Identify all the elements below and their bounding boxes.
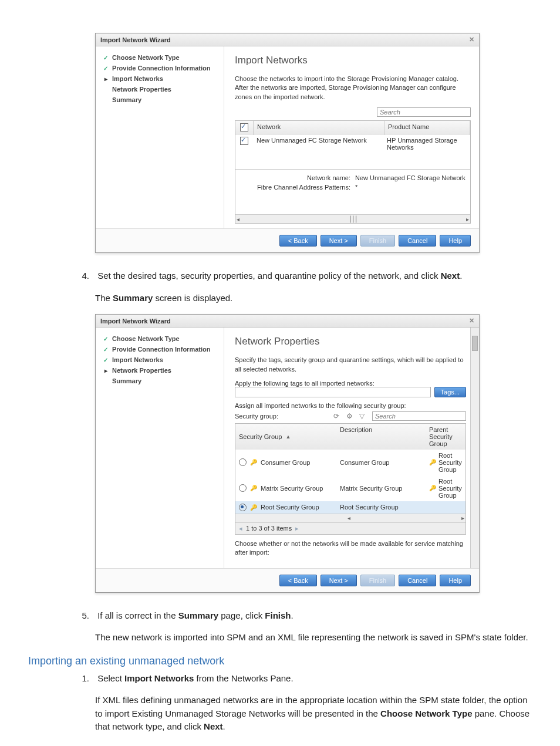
scrollbar-thumb[interactable] [472, 336, 478, 351]
network-name-label: Network name: [239, 174, 355, 181]
back-button[interactable]: < Back [279, 235, 317, 247]
fcap-value: * [355, 184, 467, 191]
wizard-title-bar: Import Network Wizard ✕ [96, 315, 479, 328]
tags-input[interactable] [235, 387, 431, 397]
details-panel: Network name: New Unmanaged FC Storage N… [235, 169, 470, 214]
page-next-icon[interactable]: ▸ [295, 525, 299, 532]
wizard-main: Import Networks Choose the networks to i… [224, 46, 479, 228]
page-heading: Network Properties [235, 336, 466, 347]
page-prev-icon[interactable]: ◂ [239, 525, 242, 532]
grid-row[interactable]: New Unmanaged FC Storage Network HP Unma… [235, 135, 470, 153]
apply-tags-label: Apply the following tags to all imported… [235, 380, 466, 387]
wizard-sidebar: ✓Choose Network Type ✓Provide Connection… [96, 46, 224, 228]
horizontal-scrollbar[interactable]: ◂⎮⎮⎮▸ [235, 214, 470, 223]
check-icon: ✓ [103, 336, 109, 342]
assign-sg-label: Assign all imported networks to the foll… [235, 402, 466, 409]
nav-summary[interactable]: Summary [100, 376, 224, 386]
wizard-title-bar: Import Network Wizard ✕ [96, 33, 479, 46]
vertical-scrollbar[interactable] [470, 328, 479, 568]
col-description[interactable]: Description [336, 424, 426, 450]
check-icon: ✓ [103, 346, 109, 353]
scroll-right-icon[interactable]: ▸ [461, 515, 464, 521]
sg-row[interactable]: 🔑Matrix Security Group Matrix Security G… [235, 475, 465, 501]
refresh-icon[interactable]: ⟳ [333, 412, 342, 420]
grid-header: Network Product Name [235, 121, 470, 135]
nav-provide-connection[interactable]: ✓Provide Connection Information [100, 63, 224, 73]
wizard-title: Import Network Wizard [100, 36, 171, 43]
sg-row[interactable]: 🔑Root Security Group Root Security Group [235, 501, 465, 514]
help-button[interactable]: Help [440, 575, 471, 586]
sg-radio[interactable] [239, 484, 247, 492]
key-icon: 🔑 [250, 504, 257, 511]
check-icon: ✓ [103, 65, 109, 72]
cell-network: New Unmanaged FC Storage Network [253, 135, 383, 153]
caret-right-icon: ▸ [103, 76, 109, 82]
check-icon: ✓ [103, 357, 109, 363]
close-icon[interactable]: ✕ [469, 36, 474, 43]
choose-availability-label: Choose whether or not the networks will … [235, 539, 466, 558]
scroll-right-icon[interactable]: ▸ [466, 216, 469, 222]
network-name-value: New Unmanaged FC Storage Network [355, 174, 467, 181]
page-heading: Import Networks [235, 55, 471, 66]
security-group-label: Security group: [235, 413, 278, 420]
page-description: Choose the networks to import into the S… [235, 75, 471, 102]
col-product[interactable]: Product Name [384, 121, 470, 135]
help-button[interactable]: Help [440, 235, 471, 247]
finish-button: Finish [360, 575, 395, 586]
nav-import-networks[interactable]: ▸Import Networks [100, 73, 224, 84]
scroll-left-icon[interactable]: ◂ [348, 515, 350, 521]
page-description: Specify the tags, security group and qua… [235, 356, 466, 374]
col-network[interactable]: Network [254, 121, 384, 135]
select-all-checkbox[interactable] [240, 123, 248, 131]
wizard-button-bar: < Back Next > Finish Cancel Help [96, 228, 479, 252]
pager: ◂ 1 to 3 of 3 items ▸ [235, 522, 465, 534]
scroll-left-icon[interactable]: ◂ [237, 216, 239, 222]
nav-network-properties[interactable]: Network Properties [100, 84, 224, 94]
sg-header: Security Group ▲ Description Parent Secu… [235, 424, 465, 450]
security-group-grid: Security Group ▲ Description Parent Secu… [235, 423, 466, 535]
check-icon: ✓ [103, 55, 109, 61]
step-5: 5. If all is correct in the Summary page… [95, 609, 532, 623]
row-checkbox[interactable] [240, 137, 248, 145]
cancel-button[interactable]: Cancel [399, 575, 436, 586]
key-icon: 🔑 [250, 485, 257, 491]
step-s1: 1. Select Import Networks from the Netwo… [95, 672, 532, 686]
col-security-group[interactable]: Security Group ▲ [235, 424, 336, 450]
step-4: 4. Set the desired tags, security proper… [95, 269, 532, 283]
cancel-button[interactable]: Cancel [399, 235, 436, 247]
import-network-wizard-2: Import Network Wizard ✕ ✓Choose Network … [95, 314, 480, 593]
finish-button: Finish [360, 235, 395, 247]
step-5-sub: The new network is imported into SPM and… [95, 631, 532, 644]
next-button[interactable]: Next > [321, 575, 357, 586]
key-icon: 🔑 [250, 459, 257, 465]
tags-button[interactable]: Tags... [434, 387, 466, 397]
next-button[interactable]: Next > [321, 235, 357, 247]
import-network-wizard-1: Import Network Wizard ✕ ✓Choose Network … [95, 33, 480, 253]
filter-icon[interactable]: ▽ [359, 412, 367, 420]
section-heading-importing-existing: Importing an existing unmanaged network [28, 655, 532, 667]
wizard-main: Network Properties Specify the tags, sec… [224, 328, 479, 568]
close-icon[interactable]: ✕ [469, 317, 474, 325]
wizard-title: Import Network Wizard [100, 318, 171, 325]
step-s1-para: If XML files defining unmanaged networks… [95, 694, 532, 734]
sg-search-input[interactable]: Search [372, 411, 466, 421]
key-icon: 🔑 [429, 485, 436, 491]
nav-import-networks[interactable]: ✓Import Networks [100, 355, 224, 365]
gear-icon[interactable]: ⚙ [346, 412, 355, 420]
back-button[interactable]: < Back [279, 575, 317, 586]
nav-network-properties[interactable]: ▸Network Properties [100, 365, 224, 376]
caret-right-icon: ▸ [103, 367, 109, 374]
nav-choose-network-type[interactable]: ✓Choose Network Type [100, 333, 224, 344]
key-icon: 🔑 [429, 459, 436, 465]
sg-radio[interactable] [239, 458, 247, 466]
fcap-label: Fibre Channel Address Patterns: [239, 184, 355, 191]
col-parent[interactable]: Parent Security Group [426, 424, 465, 450]
wizard-sidebar: ✓Choose Network Type ✓Provide Connection… [96, 328, 224, 568]
search-input[interactable]: Search [377, 107, 471, 117]
nav-provide-connection[interactable]: ✓Provide Connection Information [100, 344, 224, 355]
nav-choose-network-type[interactable]: ✓Choose Network Type [100, 52, 224, 63]
nav-summary[interactable]: Summary [100, 94, 224, 105]
sg-radio[interactable] [239, 504, 247, 511]
sg-horizontal-scrollbar[interactable]: ◂▸ [235, 514, 465, 522]
sg-row[interactable]: 🔑Consumer Group Consumer Group 🔑Root Sec… [235, 450, 465, 475]
